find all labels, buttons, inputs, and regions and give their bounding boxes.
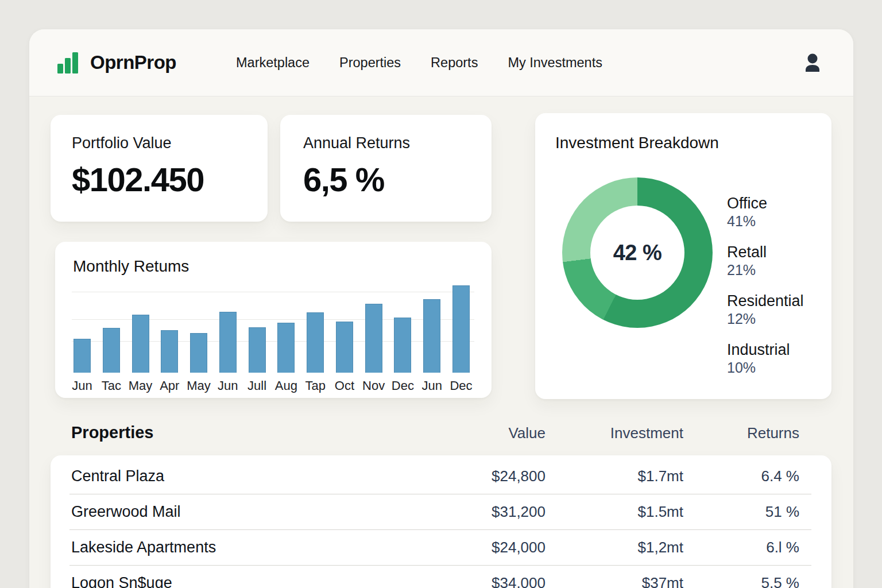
month-label: Dec xyxy=(392,378,414,393)
properties-table-header: Properties Value Investment Returns xyxy=(51,423,831,442)
column-header-investment: Investment xyxy=(546,424,683,442)
bar-column: May xyxy=(132,315,149,373)
annual-returns-title: Annual Returns xyxy=(303,134,492,152)
month-label: Nov xyxy=(362,378,385,393)
person-icon xyxy=(804,53,821,72)
month-label: May xyxy=(187,378,211,393)
chart-bar xyxy=(423,299,440,373)
bar-column: Dec xyxy=(394,318,411,373)
property-returns: 51 % xyxy=(683,503,799,521)
chart-bar xyxy=(336,322,353,373)
investment-breakdown-title: Investment Breakdown xyxy=(555,134,719,152)
property-value: $34,000 xyxy=(436,574,546,588)
bar-column: Jull xyxy=(249,327,266,373)
month-label: Oct xyxy=(335,378,354,393)
month-label: Tac xyxy=(102,378,121,393)
bar-column: Jun xyxy=(423,299,440,373)
nav-item[interactable]: Reports xyxy=(431,55,478,71)
property-name: Logon Sn$uge xyxy=(71,574,436,588)
legend-item: Industrial 10% xyxy=(727,341,804,377)
table-row[interactable]: Logon Sn$uge $34,000 $37mt 5.5 % xyxy=(51,565,831,588)
nav-item[interactable]: Marketplace xyxy=(236,55,310,71)
table-row[interactable]: Greerwood Mail $31,200 $1.5mt 51 % xyxy=(51,494,831,529)
app-logo[interactable] xyxy=(57,52,78,74)
properties-section-title: Properties xyxy=(71,423,436,442)
donut-legend: Office 41% Retall 21% Residential 12% In… xyxy=(727,194,804,389)
chart-bar xyxy=(132,315,149,373)
nav-item[interactable]: Properties xyxy=(339,55,401,71)
legend-percentage: 21% xyxy=(727,261,804,279)
chart-bar xyxy=(365,304,382,373)
bar-column: Jun xyxy=(219,312,237,373)
column-header-returns: Returns xyxy=(683,424,799,442)
investment-breakdown-card: Investment Breakdown 42 % Office 41% Ret… xyxy=(535,113,831,399)
month-label: Dec xyxy=(450,378,472,393)
chart-bar xyxy=(74,339,91,373)
property-returns: 6.4 % xyxy=(683,467,799,485)
legend-percentage: 12% xyxy=(727,310,804,328)
chart-bar xyxy=(103,328,120,373)
bar-column: Tac xyxy=(103,328,120,373)
brand-title: OprnProp xyxy=(90,52,176,74)
chart-bar xyxy=(219,312,237,373)
portfolio-value-card: Portfolio Value $102.450 xyxy=(51,115,268,222)
month-label: May xyxy=(129,378,153,393)
bar-column: Nov xyxy=(365,304,382,373)
app-window: OprnProp Marketplace Properties Reports … xyxy=(29,29,853,588)
chart-bar xyxy=(161,330,178,373)
legend-percentage: 10% xyxy=(727,359,804,377)
property-value: $24,800 xyxy=(436,467,546,485)
month-label: Tap xyxy=(305,378,325,393)
bar-column: Oct xyxy=(336,322,353,373)
bar-chart-icon xyxy=(57,64,63,74)
annual-returns-amount: 6,5 % xyxy=(303,160,492,199)
chart-bar xyxy=(277,323,295,373)
month-label: Jun xyxy=(218,378,238,393)
bar-column: Aug xyxy=(277,323,295,373)
month-label: Jun xyxy=(72,378,92,393)
bar-column: Jun xyxy=(74,339,91,373)
property-investment: $1.5mt xyxy=(546,503,683,521)
property-investment: $1.7mt xyxy=(546,467,683,485)
main-nav: Marketplace Properties Reports My Invest… xyxy=(236,55,602,71)
legend-label: Office xyxy=(727,194,804,212)
table-row[interactable]: Central Plaza $24,800 $1.7mt 6.4 % xyxy=(51,458,831,494)
properties-table-card: Central Plaza $24,800 $1.7mt 6.4 % Greer… xyxy=(51,455,831,588)
chart-bar xyxy=(190,333,207,373)
chart-bar xyxy=(249,327,266,373)
chart-bar xyxy=(394,318,411,373)
bar-chart-icon xyxy=(65,58,71,74)
month-label: Aug xyxy=(275,378,297,393)
legend-label: Residential xyxy=(727,292,804,310)
month-label: Jull xyxy=(247,378,266,393)
bar-column: Apr xyxy=(161,330,178,373)
user-account-button[interactable] xyxy=(804,53,821,72)
property-name: Central Plaza xyxy=(71,467,436,485)
property-returns: 5.5 % xyxy=(683,574,799,588)
portfolio-value-title: Portfolio Value xyxy=(72,134,268,152)
bar-column: May xyxy=(190,333,207,373)
bar-column: Tap xyxy=(307,312,324,373)
property-name: Greerwood Mail xyxy=(71,503,436,521)
monthly-returns-card: Monthly Retums Jun Tac May xyxy=(55,242,492,398)
donut-chart: 42 % xyxy=(562,177,713,328)
top-navigation-bar: OprnProp Marketplace Properties Reports … xyxy=(29,29,853,96)
table-row[interactable]: Lakeside Apartments $24,000 $1,2mt 6.l % xyxy=(51,529,831,565)
property-returns: 6.l % xyxy=(683,539,799,556)
property-name: Lakeside Apartments xyxy=(71,539,436,556)
month-label: Jun xyxy=(421,378,442,393)
legend-item: Retall 21% xyxy=(727,243,804,279)
month-label: Apr xyxy=(160,378,179,393)
property-value: $24,000 xyxy=(436,539,546,556)
nav-item[interactable]: My Investments xyxy=(508,55,602,71)
legend-percentage: 41% xyxy=(727,212,804,230)
portfolio-value-amount: $102.450 xyxy=(72,160,268,199)
property-value: $31,200 xyxy=(436,503,546,521)
column-header-value: Value xyxy=(436,424,546,442)
property-investment: $1,2mt xyxy=(546,539,683,556)
donut-center-value: 42 % xyxy=(562,177,713,328)
bar-column: Dec xyxy=(452,285,470,373)
property-investment: $37mt xyxy=(546,574,683,588)
bar-chart: Jun Tac May Apr xyxy=(74,242,470,373)
chart-bar xyxy=(452,285,470,373)
